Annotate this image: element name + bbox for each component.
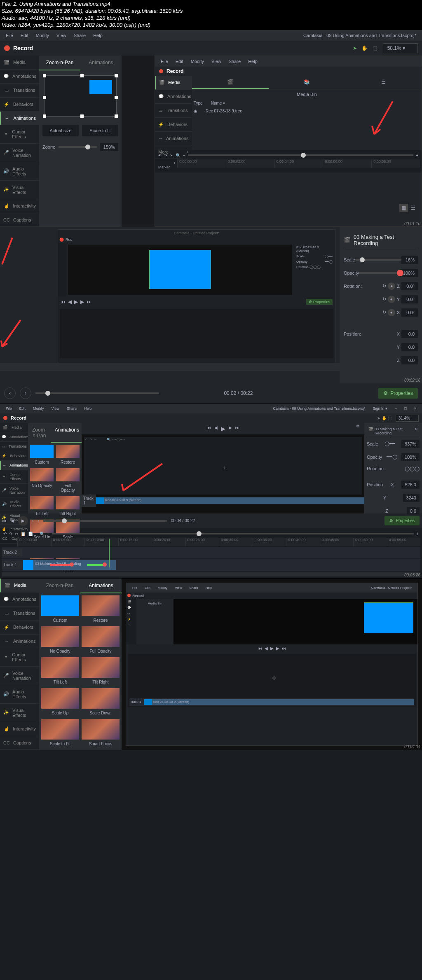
props-btn[interactable]: ⚙ Properties (306, 299, 333, 305)
scale-to-fit-button[interactable]: Scale to fit (82, 125, 118, 136)
menu-share[interactable]: Share (70, 32, 89, 39)
maximize-icon[interactable]: □ (401, 405, 410, 412)
transitions-icon: ▭ (3, 611, 10, 616)
animations-icon: → (3, 639, 10, 644)
actual-size-button[interactable]: Actual size (42, 125, 79, 136)
next-icon[interactable]: ⏭ (87, 299, 91, 305)
back-icon[interactable]: ◀ (68, 299, 72, 305)
nested-tab-media[interactable]: 🎬 (192, 76, 269, 89)
search-icon[interactable]: 🔍 (176, 153, 181, 158)
crop-icon[interactable]: ⬚ (373, 45, 377, 51)
list-view-icon[interactable]: ☰ (409, 204, 417, 212)
sidebar-item-transitions[interactable]: ▭Transitions (0, 442, 28, 451)
scale-value[interactable]: 16% (401, 256, 418, 264)
opacity-slider[interactable] (359, 272, 400, 274)
sidebar-item-behaviors[interactable]: ⚡Behaviors (0, 621, 39, 635)
menu-view[interactable]: View (53, 32, 70, 39)
sidebar-item-animations[interactable]: →Animations (0, 635, 39, 648)
radio-icon[interactable]: ◉ (194, 109, 197, 113)
grid-view-icon[interactable]: ▦ (399, 204, 408, 212)
sidebar-item-interactivity[interactable]: ☝Interactivity (0, 199, 39, 213)
next-button[interactable]: › (20, 387, 31, 399)
menu-modify[interactable]: Modify (33, 32, 52, 39)
menu-help[interactable]: Help (90, 32, 106, 39)
sidebar-item-cursor-effects[interactable]: ✦Cursor Effects (0, 470, 28, 484)
anim-full-opacity[interactable]: Full Opacity (81, 626, 120, 655)
hand-icon[interactable]: ✋ (361, 45, 368, 51)
menu-file[interactable]: File (2, 32, 16, 39)
redo-icon[interactable]: ↷ (164, 153, 167, 158)
sidebar-item-cursor-effects[interactable]: ✦Cursor Effects (0, 125, 39, 144)
minimize-icon[interactable]: − (392, 405, 400, 412)
signin[interactable]: Sign In ▾ (370, 405, 391, 412)
anim-scale-to-fit[interactable]: Scale to Fit (41, 719, 80, 748)
anim-tilt-right[interactable]: Tilt Right (56, 496, 80, 518)
sidebar-item-voice-narration[interactable]: 🎤Voice Narration (0, 667, 39, 685)
sidebar-item-annotations[interactable]: 💬Annotations (0, 432, 28, 442)
anim-full-opacity[interactable]: Full Opacity (56, 468, 80, 494)
sidebar-item-cursor-effects[interactable]: ✦Cursor Effects (0, 648, 39, 667)
zoom-slider[interactable] (59, 146, 97, 148)
record-button[interactable]: Record (4, 45, 33, 51)
sidebar-item-annotations[interactable]: 💬Annotations (0, 70, 39, 84)
properties-button[interactable]: ⚙Properties (378, 388, 418, 399)
prev-icon[interactable]: ⏮ (61, 299, 66, 305)
zoom-preview[interactable] (44, 75, 117, 117)
anim-restore[interactable]: Restore (81, 595, 120, 624)
anim-tilt-left[interactable]: Tilt Left (41, 657, 80, 686)
sidebar-item-captions[interactable]: CCCaptions (0, 736, 39, 750)
sidebar-item-voice-narration[interactable]: 🎤Voice Narration (0, 144, 39, 162)
sidebar-item-media[interactable]: 🎬Media (0, 56, 39, 70)
close-icon[interactable]: × (411, 405, 420, 412)
nested-sb-media[interactable]: 🎬Media (155, 76, 192, 90)
menu-edit[interactable]: Edit (17, 32, 32, 39)
anim-no-opacity[interactable]: No Opacity (30, 468, 54, 494)
meta-video: Video: h264, yuv420p, 1280x720, 1482 kb/… (2, 22, 420, 29)
sidebar-item-media[interactable]: 🎬Media (0, 423, 28, 432)
anim-smart-focus[interactable]: Smart Focus (81, 719, 120, 748)
sidebar-item-behaviors[interactable]: ⚡Behaviors (0, 451, 28, 461)
tab-animations[interactable]: Animations (80, 56, 122, 70)
zoom-value[interactable]: 159% (100, 143, 118, 151)
anim-restore[interactable]: Restore (56, 444, 80, 466)
sidebar-item-transitions[interactable]: ▭Transitions (0, 607, 39, 621)
anim-tilt-left[interactable]: Tilt Left (30, 496, 54, 518)
timeline-clip[interactable]: 03 Making a Test Recording (33, 560, 116, 570)
fwd-icon[interactable]: ▶ (80, 299, 84, 305)
media-item[interactable]: Rec 07-28-18 9.trec (206, 109, 242, 113)
anim-custom[interactable]: Custom (30, 444, 54, 466)
cut-icon[interactable]: ✂ (170, 153, 173, 158)
undo-icon[interactable]: ↶ (158, 153, 162, 158)
zoom-select[interactable]: 58.1% ▾ (383, 43, 418, 53)
anim-scale-up[interactable]: Scale Up (41, 688, 80, 717)
sidebar-item-animations[interactable]: →Animations (0, 461, 28, 470)
sidebar-item-visual-effects[interactable]: ✨Visual Effects (0, 704, 39, 722)
nested-record[interactable]: Record (159, 68, 183, 74)
sidebar-item-visual-effects[interactable]: ✨Visual Effects (0, 181, 39, 199)
sidebar-item-audio-effects[interactable]: 🔊Audio Effects (0, 685, 39, 704)
timestamp: 00:01:10 (404, 222, 420, 226)
detach-icon[interactable]: ⧉ (356, 423, 360, 429)
sidebar-item-annotations[interactable]: 💬Annotations (0, 593, 39, 607)
anim-custom[interactable]: Custom (41, 595, 80, 624)
sidebar-item-captions[interactable]: CCCaptions (0, 213, 39, 227)
sidebar-item-interactivity[interactable]: ☝Interactivity (0, 722, 39, 736)
play-icon[interactable]: ▶ (74, 299, 78, 305)
sidebar-item-animations[interactable]: →Animations (0, 112, 39, 125)
scale-slider[interactable] (355, 259, 401, 261)
tab-zoom-n-pan[interactable]: Zoom-n-Pan (39, 56, 80, 70)
sidebar-item-transitions[interactable]: ▭Transitions (0, 84, 39, 98)
anim-tilt-right[interactable]: Tilt Right (81, 657, 120, 686)
pointer-icon[interactable]: ➤ (353, 45, 357, 51)
sidebar-item-media[interactable]: 🎬Media (0, 579, 39, 593)
sidebar-item-voice-narration[interactable]: 🎤Voice Narration (0, 484, 28, 497)
anim-scale-down[interactable]: Scale Down (81, 688, 120, 717)
refresh-icon[interactable]: ↻ (415, 427, 418, 435)
anim-no-opacity[interactable]: No Opacity (41, 626, 80, 655)
sidebar-item-behaviors[interactable]: ⚡Behaviors (0, 98, 39, 112)
sidebar-item-audio-effects[interactable]: 🔊Audio Effects (0, 162, 39, 181)
sidebar-item-audio-effects[interactable]: 🔊Audio Effects (0, 497, 28, 511)
seek-slider[interactable] (35, 392, 159, 394)
prev-button[interactable]: ‹ (4, 387, 16, 399)
rotate-icon[interactable]: ↻ (382, 283, 386, 289)
